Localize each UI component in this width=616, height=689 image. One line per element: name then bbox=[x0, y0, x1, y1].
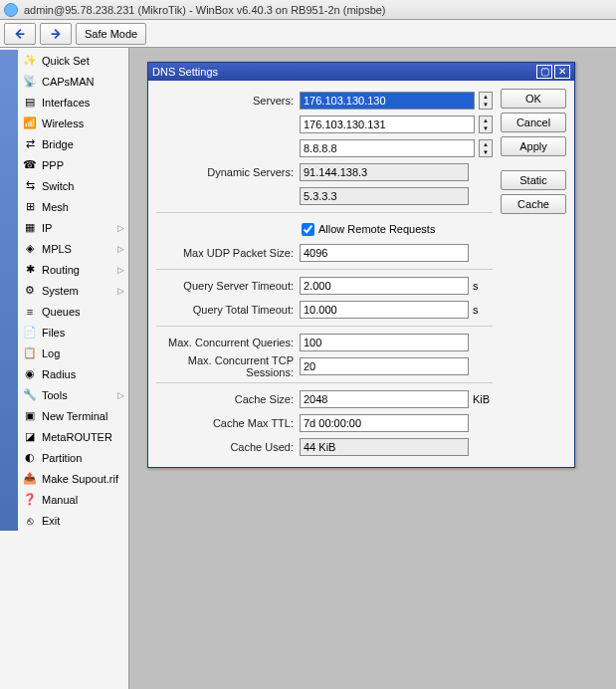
unit-sec: s bbox=[473, 280, 493, 292]
server-spinner-0[interactable]: ▲▼ bbox=[479, 92, 493, 110]
wifi-icon: 📶 bbox=[22, 115, 38, 131]
label-cache-used: Cache Used: bbox=[156, 441, 296, 453]
label-q-tot-to: Query Total Timeout: bbox=[156, 304, 296, 316]
form-column: Servers: ▲▼ ▲▼ ▲▼ Dy bbox=[156, 89, 493, 459]
sidebar-item-wireless[interactable]: 📶Wireless bbox=[18, 113, 128, 133]
sidebar-item-label: Interfaces bbox=[42, 97, 90, 109]
ok-button[interactable]: OK bbox=[501, 89, 566, 109]
sidebar-item-label: Radius bbox=[42, 368, 76, 380]
safe-mode-button[interactable]: Safe Mode bbox=[76, 23, 146, 45]
dns-settings-window: DNS Settings ▢ ✕ Servers: ▲▼ ▲▼ bbox=[147, 62, 575, 468]
server-spinner-2[interactable]: ▲▼ bbox=[479, 139, 493, 157]
apply-button[interactable]: Apply bbox=[501, 136, 566, 156]
sidebar-item-label: Make Supout.rif bbox=[42, 473, 118, 485]
sidebar-item-log[interactable]: 📋Log bbox=[18, 343, 128, 363]
chevron-right-icon: ▷ bbox=[117, 265, 124, 275]
label-q-srv-to: Query Server Timeout: bbox=[156, 280, 296, 292]
redo-button[interactable] bbox=[40, 23, 72, 45]
sidebar-item-system[interactable]: ⚙System▷ bbox=[18, 280, 128, 301]
sidebar-item-label: Partition bbox=[42, 452, 82, 464]
partition-icon: ◐ bbox=[22, 450, 38, 466]
sidebar-item-partition[interactable]: ◐Partition bbox=[18, 447, 128, 468]
supout-icon: 📤 bbox=[22, 471, 38, 487]
sidebar-item-capsman[interactable]: 📡CAPsMAN bbox=[18, 71, 128, 92]
query-server-timeout-input[interactable] bbox=[300, 277, 469, 295]
chevron-right-icon: ▷ bbox=[117, 244, 124, 254]
sidebar-item-mesh[interactable]: ⊞Mesh bbox=[18, 196, 128, 217]
sidebar-item-label: PPP bbox=[42, 159, 64, 171]
window-title: admin@95.78.238.231 (MikroTik) - WinBox … bbox=[24, 4, 612, 16]
sidebar-item-new-terminal[interactable]: ▣New Terminal bbox=[18, 405, 128, 426]
sidebar-item-label: Tools bbox=[42, 389, 68, 401]
sidebar-item-tools[interactable]: 🔧Tools▷ bbox=[18, 384, 128, 405]
sidebar-item-radius[interactable]: ◉Radius bbox=[18, 363, 128, 384]
tools-icon: 🔧 bbox=[22, 387, 38, 403]
chevron-right-icon: ▷ bbox=[117, 390, 124, 400]
mesh-icon: ⊞ bbox=[22, 199, 38, 215]
winbox-icon bbox=[4, 3, 18, 17]
sidebar-item-ppp[interactable]: ☎PPP bbox=[18, 154, 128, 175]
max-udp-input[interactable] bbox=[300, 244, 469, 262]
sidebar-item-queues[interactable]: ≡Queues bbox=[18, 301, 128, 322]
sidebar-item-make-supout-rif[interactable]: 📤Make Supout.rif bbox=[18, 468, 128, 489]
sidebar-item-interfaces[interactable]: ▤Interfaces bbox=[18, 92, 128, 113]
mdi-canvas: DNS Settings ▢ ✕ Servers: ▲▼ ▲▼ bbox=[129, 48, 616, 689]
label-cache-size: Cache Size: bbox=[156, 393, 296, 405]
sidebar-item-label: Files bbox=[42, 327, 65, 339]
chevron-right-icon: ▷ bbox=[117, 223, 124, 233]
sidebar-item-switch[interactable]: ⇆Switch bbox=[18, 175, 128, 196]
exit-icon: ⎋ bbox=[22, 513, 38, 529]
toolbar: Safe Mode bbox=[0, 20, 616, 48]
max-concurrent-queries-input[interactable] bbox=[300, 334, 469, 351]
sidebar-item-label: Wireless bbox=[42, 117, 84, 129]
sidebar-item-exit[interactable]: ⎋Exit bbox=[18, 510, 128, 531]
meta-icon: ◪ bbox=[22, 429, 38, 445]
antenna-icon: 📡 bbox=[22, 74, 38, 90]
sidebar-item-routing[interactable]: ✱Routing▷ bbox=[18, 259, 128, 280]
window-minimize-icon[interactable]: ▢ bbox=[536, 65, 552, 79]
server-input-1[interactable] bbox=[300, 115, 475, 133]
cache-size-input[interactable] bbox=[300, 390, 469, 408]
manual-icon: ❓ bbox=[22, 492, 38, 508]
sidebar-item-metarouter[interactable]: ◪MetaROUTER bbox=[18, 426, 128, 447]
max-concurrent-tcp-input[interactable] bbox=[300, 357, 469, 375]
allow-remote-checkbox[interactable] bbox=[302, 223, 314, 236]
label-servers: Servers: bbox=[156, 95, 296, 107]
sidebar-item-bridge[interactable]: ⇄Bridge bbox=[18, 133, 128, 154]
wand-icon: ✨ bbox=[22, 53, 38, 69]
undo-button[interactable] bbox=[4, 23, 36, 45]
cache-max-ttl-input[interactable] bbox=[300, 414, 469, 432]
sidebar-item-quick-set[interactable]: ✨Quick Set bbox=[18, 50, 128, 71]
mpls-icon: ◈ bbox=[22, 241, 38, 257]
query-total-timeout-input[interactable] bbox=[300, 301, 469, 319]
cancel-button[interactable]: Cancel bbox=[501, 113, 566, 132]
server-input-0[interactable] bbox=[300, 92, 475, 110]
window-close-icon[interactable]: ✕ bbox=[554, 65, 570, 79]
server-input-2[interactable] bbox=[300, 139, 475, 157]
cache-button[interactable]: Cache bbox=[501, 194, 566, 214]
bridge-icon: ⇄ bbox=[22, 136, 38, 152]
sidebar: ✨Quick Set📡CAPsMAN▤Interfaces📶Wireless⇄B… bbox=[0, 48, 129, 689]
sidebar-item-mpls[interactable]: ◈MPLS▷ bbox=[18, 238, 128, 259]
dyn-server-0 bbox=[300, 163, 469, 181]
ip-icon: ▦ bbox=[22, 220, 38, 236]
label-max-conc-tcp: Max. Concurrent TCP Sessions: bbox=[156, 354, 296, 378]
server-spinner-1[interactable]: ▲▼ bbox=[479, 115, 493, 133]
cache-used-display bbox=[300, 438, 469, 456]
dns-window-titlebar[interactable]: DNS Settings ▢ ✕ bbox=[148, 63, 574, 81]
terminal-icon: ▣ bbox=[22, 408, 38, 424]
sidebar-item-label: Mesh bbox=[42, 201, 69, 213]
sidebar-item-label: IP bbox=[42, 222, 52, 234]
static-button[interactable]: Static bbox=[501, 170, 566, 190]
button-column: OK Cancel Apply Static Cache bbox=[501, 89, 566, 459]
label-cache-max-ttl: Cache Max TTL: bbox=[156, 417, 296, 429]
sidebar-item-ip[interactable]: ▦IP▷ bbox=[18, 217, 128, 238]
sidebar-item-label: Queues bbox=[42, 306, 81, 318]
system-icon: ⚙ bbox=[22, 283, 38, 299]
sidebar-item-label: Log bbox=[42, 347, 60, 359]
sidebar-item-files[interactable]: 📄Files bbox=[18, 322, 128, 343]
radius-icon: ◉ bbox=[22, 366, 38, 382]
routing-icon: ✱ bbox=[22, 262, 38, 278]
sidebar-item-label: Routing bbox=[42, 264, 80, 276]
sidebar-item-manual[interactable]: ❓Manual bbox=[18, 489, 128, 510]
